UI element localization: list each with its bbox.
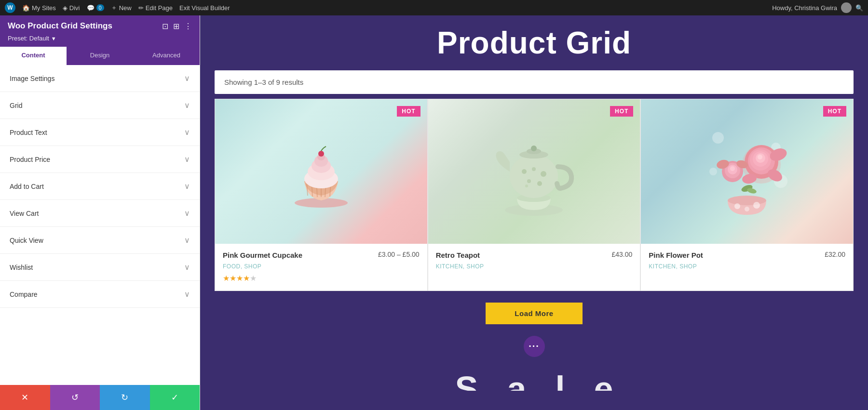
my-sites-link[interactable]: 🏠 My Sites: [22, 4, 56, 12]
product-name: Pink Flower Pot: [649, 251, 703, 260]
svg-point-23: [537, 181, 542, 186]
category-shop-link[interactable]: SHOP: [244, 263, 261, 270]
chevron-down-icon: ∨: [184, 209, 190, 218]
svg-point-32: [753, 202, 760, 209]
panel-more-icon[interactable]: ⋮: [184, 22, 192, 31]
svg-point-24: [525, 185, 528, 187]
product-card: HOT Pink Flower Pot £32.00 KITCHEN, SHOP: [640, 99, 854, 291]
search-icon[interactable]: 🔍: [855, 4, 863, 12]
product-categories: KITCHEN, SHOP: [436, 263, 633, 270]
product-info: Pink Flower Pot £32.00 KITCHEN, SHOP: [641, 244, 853, 281]
bottom-partial: S a l e: [200, 367, 868, 391]
product-info: Pink Gourmet Cupcake £3.00 – £5.00 FOOD,…: [215, 244, 427, 291]
svg-point-25: [712, 132, 724, 144]
product-image-container[interactable]: HOT: [215, 99, 427, 244]
admin-bar-right: Howdy, Christina Gwira 🔍: [772, 2, 863, 13]
product-image-flower: [641, 99, 853, 244]
category-kitchen-link[interactable]: KITCHEN: [649, 263, 676, 270]
product-name-price: Pink Gourmet Cupcake £3.00 – £5.00: [223, 251, 420, 260]
svg-point-31: [745, 207, 749, 212]
edit-page-link[interactable]: ✏ Edit Page: [138, 4, 173, 12]
svg-point-20: [532, 167, 536, 171]
new-link[interactable]: ＋ New: [111, 3, 132, 12]
category-shop-link[interactable]: SHOP: [467, 263, 484, 270]
left-panel: Woo Product Grid Settings ⊡ ⊞ ⋮ Preset: …: [0, 15, 200, 410]
panel-layout-icon[interactable]: ⊞: [173, 22, 179, 31]
floating-action-button[interactable]: ···: [524, 336, 545, 357]
load-more-container: Load More: [200, 291, 868, 336]
product-stars: ★★★★★: [223, 274, 420, 283]
product-image-container[interactable]: HOT: [641, 99, 853, 244]
settings-item-wishlist[interactable]: Wishlist ∨: [0, 254, 200, 281]
confirm-button[interactable]: ✓: [150, 385, 200, 410]
product-name-price: Retro Teapot £43.00: [436, 251, 633, 260]
hot-badge: HOT: [823, 106, 846, 117]
star-5-empty: ★: [250, 274, 257, 282]
chevron-down-icon: ∨: [184, 182, 190, 191]
settings-item-product-text[interactable]: Product Text ∨: [0, 119, 200, 146]
reset-button[interactable]: ↺: [50, 385, 100, 410]
settings-item-compare[interactable]: Compare ∨: [0, 281, 200, 308]
settings-item-quick-view[interactable]: Quick View ∨: [0, 227, 200, 254]
category-shop-link[interactable]: SHOP: [679, 263, 697, 270]
product-price: £32.00: [825, 251, 845, 258]
settings-item-add-to-cart[interactable]: Add to Cart ∨: [0, 173, 200, 200]
product-image-cupcake: [215, 99, 427, 244]
chevron-down-icon: ∨: [184, 101, 190, 110]
product-card: HOT Pink Gourmet Cupcake £3.00 – £5.00 F…: [215, 99, 428, 291]
product-image-container[interactable]: HOT: [428, 99, 640, 244]
tab-advanced[interactable]: Advanced: [133, 47, 200, 65]
settings-item-grid[interactable]: Grid ∨: [0, 92, 200, 119]
divi-link[interactable]: ◈ Divi: [63, 4, 80, 12]
svg-point-39: [758, 155, 762, 159]
results-bar: Showing 1–3 of 9 results: [215, 70, 854, 94]
panel-resize-icon[interactable]: ⊡: [162, 22, 168, 31]
product-price: £3.00 – £5.00: [378, 251, 420, 258]
cancel-button[interactable]: ✕: [0, 385, 50, 410]
svg-point-29: [728, 196, 766, 205]
product-card: HOT Retro Teapot £43.00 KITCHEN, SHOP: [428, 99, 641, 291]
redo-button[interactable]: ↻: [100, 385, 150, 410]
chevron-down-icon: ∨: [184, 263, 190, 272]
main-layout: Woo Product Grid Settings ⊡ ⊞ ⋮ Preset: …: [0, 15, 868, 410]
teapot-illustration: [490, 119, 577, 225]
tab-design[interactable]: Design: [67, 47, 133, 65]
product-grid: HOT Pink Gourmet Cupcake £3.00 – £5.00 F…: [215, 99, 854, 291]
wp-logo-icon[interactable]: W: [5, 2, 15, 13]
chevron-down-icon: ∨: [184, 128, 190, 137]
category-food-link[interactable]: FOOD: [223, 263, 241, 270]
category-kitchen-link[interactable]: KITCHEN: [436, 263, 463, 270]
settings-item-view-cart[interactable]: View Cart ∨: [0, 200, 200, 227]
panel-title: Woo Product Grid Settings: [8, 21, 112, 31]
avatar[interactable]: [841, 2, 852, 13]
svg-point-12: [318, 151, 324, 157]
tab-content[interactable]: Content: [0, 47, 67, 65]
exit-visual-builder-link[interactable]: Exit Visual Builder: [179, 4, 230, 12]
settings-item-product-price[interactable]: Product Price ∨: [0, 146, 200, 173]
settings-item-image[interactable]: Image Settings ∨: [0, 65, 200, 92]
product-name: Retro Teapot: [436, 251, 480, 260]
chevron-down-icon: ∨: [184, 74, 190, 83]
page-title: Product Grid: [200, 15, 868, 66]
product-name-price: Pink Flower Pot £32.00: [649, 251, 845, 260]
panel-tabs: Content Design Advanced: [0, 47, 200, 65]
load-more-button[interactable]: Load More: [486, 303, 582, 324]
svg-point-19: [522, 169, 527, 174]
star-4: ★: [243, 274, 250, 282]
comments-link[interactable]: 💬 0: [87, 4, 104, 12]
chevron-down-icon: ∨: [184, 155, 190, 164]
comment-icon: 💬: [87, 4, 95, 12]
right-content: Product Grid Showing 1–3 of 9 results: [200, 15, 868, 410]
hot-badge: HOT: [397, 106, 420, 117]
panel-header-icons: ⊡ ⊞ ⋮: [162, 22, 192, 31]
svg-point-21: [541, 171, 546, 177]
svg-point-46: [730, 166, 735, 171]
product-image-teapot: [428, 99, 640, 244]
product-categories: KITCHEN, SHOP: [649, 263, 845, 270]
panel-preset[interactable]: Preset: Default ▼: [0, 35, 200, 47]
flower-pot-illustration: [704, 119, 790, 225]
svg-point-15: [510, 155, 558, 198]
bottom-char-l: l: [556, 371, 565, 391]
bottom-char-s: S: [455, 371, 478, 391]
panel-actions: ✕ ↺ ↻ ✓: [0, 385, 200, 410]
